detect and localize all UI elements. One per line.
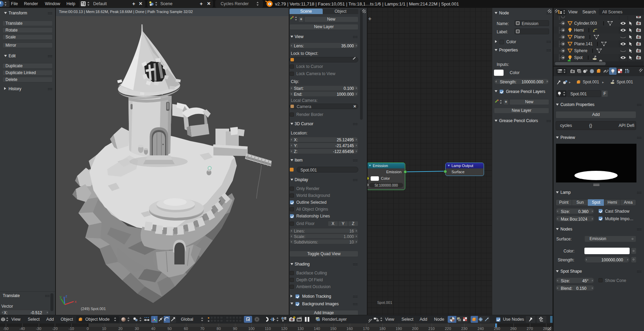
svg-text:y: y bbox=[60, 295, 62, 299]
svg-text:z: z bbox=[65, 294, 67, 298]
svg-text:x: x bbox=[75, 299, 77, 304]
